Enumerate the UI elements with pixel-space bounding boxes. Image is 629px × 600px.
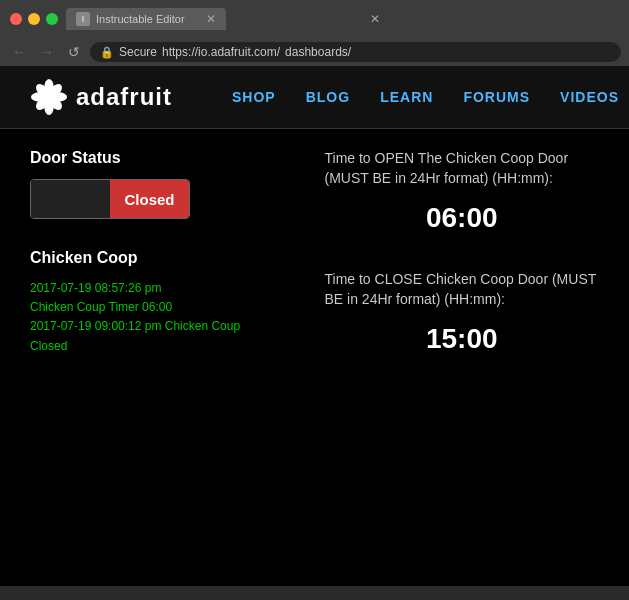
url-suffix: dashboards/ — [285, 45, 351, 59]
nav-videos[interactable]: VIDEOS — [560, 89, 619, 105]
toggle-off-side — [31, 180, 110, 218]
panel-left: Door Status Closed Chicken Coop 2017-07-… — [30, 149, 305, 361]
titlebar: I Instructable Editor ✕ ✕ — [0, 0, 629, 38]
browser-chrome: I Instructable Editor ✕ ✕ ← → ↺ 🔒 Secure… — [0, 0, 629, 66]
browser-toolbar: ← → ↺ 🔒 Secure https://io.adafruit.com/ … — [0, 38, 629, 66]
page-wrapper: adafruit SHOP BLOG LEARN FORUMS VIDEOS D… — [0, 66, 629, 586]
nav-shop[interactable]: SHOP — [232, 89, 276, 105]
maximize-window-button[interactable] — [46, 13, 58, 25]
log-line-1: 2017-07-19 08:57:26 pm — [30, 279, 305, 298]
address-bar[interactable]: 🔒 Secure https://io.adafruit.com/ dashbo… — [90, 42, 621, 62]
secure-lock-icon: 🔒 — [100, 46, 114, 59]
url-text: https://io.adafruit.com/ — [162, 45, 280, 59]
forward-button[interactable]: → — [36, 42, 58, 62]
svg-point-8 — [42, 90, 55, 103]
tab-label: Instructable Editor — [96, 13, 185, 25]
tab-close-icon[interactable]: ✕ — [206, 12, 216, 26]
logo-area: adafruit — [30, 78, 172, 116]
nav-blog[interactable]: BLOG — [306, 89, 350, 105]
inactive-tab-close-icon[interactable]: ✕ — [370, 12, 380, 26]
open-time-block: Time to OPEN The Chicken Coop Door (MUST… — [325, 149, 600, 240]
door-status-section: Door Status Closed — [30, 149, 305, 219]
door-status-toggle[interactable]: Closed — [30, 179, 190, 219]
site-nav: SHOP BLOG LEARN FORUMS VIDEOS — [232, 89, 619, 105]
window-controls — [10, 13, 58, 25]
open-time-label: Time to OPEN The Chicken Coop Door (MUST… — [325, 149, 600, 188]
door-status-title: Door Status — [30, 149, 305, 167]
log-line-3: 2017-07-19 09:00:12 pm Chicken Coup — [30, 317, 305, 336]
refresh-button[interactable]: ↺ — [64, 42, 84, 62]
log-line-4: Closed — [30, 337, 305, 356]
site-header: adafruit SHOP BLOG LEARN FORUMS VIDEOS — [0, 66, 629, 129]
adafruit-logo-icon — [30, 78, 68, 116]
close-time-value: 15:00 — [325, 317, 600, 361]
tab-favicon-icon: I — [76, 12, 90, 26]
back-button[interactable]: ← — [8, 42, 30, 62]
inactive-tab[interactable]: ✕ — [230, 8, 390, 30]
url-secure-label: Secure — [119, 45, 157, 59]
dashboard: Door Status Closed Chicken Coop 2017-07-… — [0, 129, 629, 381]
logo-text: adafruit — [76, 83, 172, 111]
nav-learn[interactable]: LEARN — [380, 89, 433, 105]
minimize-window-button[interactable] — [28, 13, 40, 25]
close-window-button[interactable] — [10, 13, 22, 25]
close-time-block: Time to CLOSE Chicken Coop Door (MUST BE… — [325, 270, 600, 361]
chicken-coop-section: Chicken Coop 2017-07-19 08:57:26 pm Chic… — [30, 249, 305, 356]
chicken-coop-log: 2017-07-19 08:57:26 pm Chicken Coup Time… — [30, 279, 305, 356]
open-time-value: 06:00 — [325, 196, 600, 240]
chicken-coop-title: Chicken Coop — [30, 249, 305, 267]
close-time-label: Time to CLOSE Chicken Coop Door (MUST BE… — [325, 270, 600, 309]
active-tab[interactable]: I Instructable Editor ✕ — [66, 8, 226, 30]
nav-forums[interactable]: FORUMS — [463, 89, 530, 105]
log-line-2: Chicken Coup Timer 06:00 — [30, 298, 305, 317]
toggle-closed-label[interactable]: Closed — [110, 180, 189, 218]
panel-right: Time to OPEN The Chicken Coop Door (MUST… — [325, 149, 600, 361]
